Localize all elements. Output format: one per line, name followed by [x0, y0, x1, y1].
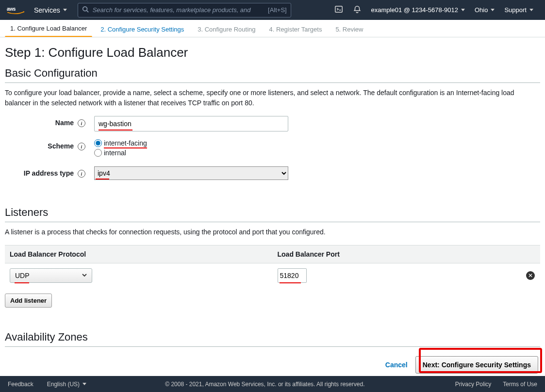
- chevron-down-icon: [63, 9, 67, 11]
- account-menu[interactable]: example01 @ 1234-5678-9012: [371, 6, 465, 14]
- scheme-internet-facing[interactable]: internet-facing: [94, 139, 288, 147]
- language-selector[interactable]: English (US): [47, 381, 86, 388]
- step-4: 4. Register Targets: [264, 21, 328, 37]
- info-icon[interactable]: i: [78, 170, 85, 178]
- search-icon: [82, 6, 89, 14]
- svg-text:aws: aws: [7, 6, 16, 11]
- support-label: Support: [504, 6, 527, 14]
- aws-logo[interactable]: aws: [7, 5, 25, 15]
- copyright: © 2008 - 2021, Amazon Web Services, Inc.…: [86, 381, 444, 388]
- footer-bar: Feedback English (US) © 2008 - 2021, Ama…: [0, 376, 545, 392]
- cloudshell-icon[interactable]: [334, 5, 343, 16]
- scheme-internal[interactable]: internal: [94, 149, 288, 157]
- chevron-down-icon: [529, 9, 533, 11]
- top-nav: aws Services [Alt+S] example01 @ 1234-56…: [0, 0, 545, 20]
- svg-line-2: [86, 11, 88, 13]
- annotation-underline: [99, 130, 132, 131]
- services-label: Services: [34, 6, 60, 14]
- col-port: Load Balancer Port: [273, 245, 521, 263]
- basic-config-desc: To configure your load balancer, provide…: [5, 88, 540, 108]
- iptype-label: IP address type: [5, 166, 78, 177]
- col-actions: [521, 245, 540, 263]
- step-1[interactable]: 1. Configure Load Balancer: [5, 20, 92, 37]
- scheme-label: Scheme: [5, 139, 78, 150]
- radio-internal[interactable]: [94, 149, 102, 157]
- privacy-link[interactable]: Privacy Policy: [455, 381, 492, 388]
- az-heading: Availability Zones: [5, 331, 540, 347]
- row-iptype: IP address type i ipv4: [5, 166, 540, 180]
- port-input[interactable]: [278, 268, 307, 283]
- row-scheme: Scheme i internet-facing internal: [5, 139, 540, 159]
- feedback-link[interactable]: Feedback: [8, 381, 33, 388]
- support-menu[interactable]: Support: [504, 6, 533, 14]
- main-content: Step 1: Configure Load Balancer Basic Co…: [0, 37, 545, 359]
- iptype-select[interactable]: ipv4: [94, 166, 288, 180]
- col-protocol: Load Balancer Protocol: [5, 245, 273, 263]
- search-input[interactable]: [93, 6, 264, 14]
- scheme-internal-label: internal: [104, 149, 126, 157]
- language-label: English (US): [47, 381, 80, 388]
- annotation-underline: [280, 282, 301, 283]
- next-button[interactable]: Next: Configure Security Settings: [415, 356, 538, 374]
- annotation-underline: [96, 179, 109, 180]
- step-2[interactable]: 2. Configure Security Settings: [95, 21, 189, 37]
- page-title: Step 1: Configure Load Balancer: [5, 45, 540, 60]
- wizard-steps: 1. Configure Load Balancer 2. Configure …: [0, 20, 545, 37]
- notifications-icon[interactable]: [353, 5, 362, 16]
- protocol-select[interactable]: UDP: [10, 268, 92, 283]
- svg-point-1: [83, 7, 87, 11]
- remove-listener-icon[interactable]: ✕: [526, 271, 535, 280]
- terms-link[interactable]: Terms of Use: [503, 381, 537, 388]
- cancel-button[interactable]: Cancel: [385, 361, 408, 369]
- row-name: Name i: [5, 116, 540, 131]
- scheme-internet-label: internet-facing: [104, 139, 147, 147]
- region-label: Ohio: [475, 6, 488, 14]
- basic-config-heading: Basic Configuration: [5, 67, 540, 83]
- account-label: example01 @ 1234-5678-9012: [371, 6, 458, 14]
- services-menu[interactable]: Services: [34, 6, 67, 14]
- info-icon[interactable]: i: [78, 119, 85, 127]
- add-listener-button[interactable]: Add listener: [5, 294, 52, 308]
- global-search[interactable]: [Alt+S]: [78, 3, 291, 17]
- listener-row: UDP ✕: [5, 263, 540, 288]
- region-menu[interactable]: Ohio: [475, 6, 495, 14]
- name-label: Name: [5, 116, 78, 127]
- search-shortcut: [Alt+S]: [268, 6, 287, 14]
- listeners-heading: Listeners: [5, 206, 540, 222]
- annotation-underline: [15, 282, 29, 283]
- info-icon[interactable]: i: [78, 143, 85, 150]
- action-bar: Cancel Next: Configure Security Settings: [0, 354, 545, 376]
- step-5: 5. Review: [330, 21, 368, 37]
- chevron-down-icon: [461, 9, 465, 11]
- chevron-down-icon: [491, 9, 495, 11]
- step-3: 3. Configure Routing: [192, 21, 261, 37]
- radio-internet-facing[interactable]: [94, 139, 102, 147]
- listeners-table: Load Balancer Protocol Load Balancer Por…: [5, 245, 540, 288]
- listeners-desc: A listener is a process that checks for …: [5, 227, 540, 237]
- chevron-down-icon: [83, 383, 86, 385]
